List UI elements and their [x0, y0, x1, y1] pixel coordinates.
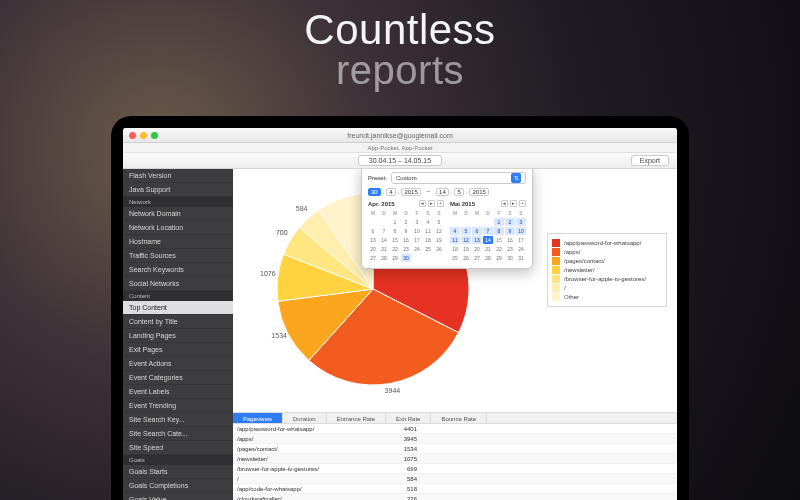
sidebar-item[interactable]: Traffic Sources	[123, 249, 233, 263]
sidebar[interactable]: Flash VersionJava SupportNetworkNetwork …	[123, 169, 233, 500]
sidebar-item[interactable]: Landing Pages	[123, 329, 233, 343]
calendar-day[interactable]: 19	[461, 245, 471, 253]
sidebar-item[interactable]: Network Domain	[123, 207, 233, 221]
calendar-day[interactable]: 31	[516, 254, 526, 262]
table-row[interactable]: /browser-for-apple-tv-gestures/699	[233, 464, 677, 474]
calendar-right-nav[interactable]: ◂▸•	[501, 200, 526, 207]
calendar-day[interactable]: 29	[390, 254, 400, 262]
calendar-day[interactable]: 18	[450, 245, 460, 253]
calendar-day[interactable]: 23	[505, 245, 515, 253]
table-row[interactable]: /cloudysafinaller/226	[233, 494, 677, 500]
calendar-day[interactable]: 5	[434, 218, 444, 226]
calendar-day[interactable]: 13	[368, 236, 378, 244]
calendar-day[interactable]: 9	[505, 227, 515, 235]
table-row[interactable]: /newsletter/1075	[233, 454, 677, 464]
calendar-day[interactable]: 1	[494, 218, 504, 226]
from-date-field[interactable]: 30. 4. 2015	[368, 188, 421, 196]
export-button[interactable]: Export	[631, 155, 669, 166]
calendar-left-nav[interactable]: ◂▸•	[419, 200, 444, 207]
calendar-day[interactable]: 10	[412, 227, 422, 235]
sidebar-item[interactable]: Exit Pages	[123, 343, 233, 357]
calendar-day[interactable]: 3	[412, 218, 422, 226]
sidebar-item[interactable]: Goals Value	[123, 493, 233, 500]
from-month[interactable]: 4	[386, 188, 395, 196]
calendar-day[interactable]: 6	[368, 227, 378, 235]
calendar-day[interactable]: 14	[483, 236, 493, 244]
calendar-day[interactable]: 12	[461, 236, 471, 244]
preset-select[interactable]: Custom ⇅	[391, 172, 526, 184]
calendar-day[interactable]: 10	[516, 227, 526, 235]
calendar-day[interactable]: 16	[401, 236, 411, 244]
sidebar-item[interactable]: Top Content	[123, 301, 233, 315]
calendar-day[interactable]: 14	[379, 236, 389, 244]
tab[interactable]: Duration	[283, 413, 327, 423]
calendar-day[interactable]: 21	[379, 245, 389, 253]
calendar-day[interactable]: 17	[516, 236, 526, 244]
table-row[interactable]: /pages/contact/1534	[233, 444, 677, 454]
calendar-day[interactable]: 2	[401, 218, 411, 226]
calendar-day[interactable]: 24	[412, 245, 422, 253]
calendar-day[interactable]: 11	[450, 236, 460, 244]
to-date-field[interactable]: 14. 5. 2015	[436, 188, 489, 196]
calendar-day[interactable]: 12	[434, 227, 444, 235]
calendar-day[interactable]: 17	[412, 236, 422, 244]
calendar-day[interactable]: 27	[472, 254, 482, 262]
from-year[interactable]: 2015	[401, 188, 420, 196]
calendar-day[interactable]: 9	[401, 227, 411, 235]
date-range-button[interactable]: 30.04.15 – 14.05.15	[358, 155, 442, 166]
calendar-day[interactable]: 20	[368, 245, 378, 253]
calendar-day[interactable]: 2	[505, 218, 515, 226]
calendar-day[interactable]: 1	[390, 218, 400, 226]
tab[interactable]: Exit Rate	[386, 413, 431, 423]
date-picker-popover[interactable]: Preset: Custom ⇅ 30. 4. 2015 –	[361, 169, 533, 269]
calendar-day[interactable]: 20	[472, 245, 482, 253]
calendar-day[interactable]: 18	[423, 236, 433, 244]
sidebar-item[interactable]: Site Speed	[123, 441, 233, 455]
sidebar-item[interactable]: Social Networks	[123, 277, 233, 291]
from-day[interactable]: 30	[368, 188, 381, 196]
calendar-day[interactable]: 25	[450, 254, 460, 262]
calendar-day[interactable]: 8	[494, 227, 504, 235]
sidebar-item[interactable]: Content by Title	[123, 315, 233, 329]
calendar-day[interactable]: 5	[461, 227, 471, 235]
calendar-left[interactable]: Apr. 2015 ◂▸• MDMDFSS1234567891011121314…	[368, 200, 444, 262]
calendar-day[interactable]: 19	[434, 236, 444, 244]
calendar-day[interactable]: 24	[516, 245, 526, 253]
calendar-day[interactable]: 13	[472, 236, 482, 244]
calendar-day[interactable]: 4	[450, 227, 460, 235]
calendar-day[interactable]: 30	[505, 254, 515, 262]
sidebar-item[interactable]: Flash Version	[123, 169, 233, 183]
calendar-day[interactable]: 28	[379, 254, 389, 262]
sidebar-item[interactable]: Search Keywords	[123, 263, 233, 277]
calendar-day[interactable]: 29	[494, 254, 504, 262]
tab[interactable]: Entrance Rate	[327, 413, 386, 423]
tab[interactable]: Bounce Rate	[431, 413, 487, 423]
table-tabs[interactable]: PageviewsDurationEntrance RateExit RateB…	[233, 412, 677, 424]
calendar-day[interactable]: 26	[461, 254, 471, 262]
sidebar-item[interactable]: Hostname	[123, 235, 233, 249]
calendar-day[interactable]: 23	[401, 245, 411, 253]
table-row[interactable]: /apps/3945	[233, 434, 677, 444]
calendar-day[interactable]: 26	[434, 245, 444, 253]
calendar-day[interactable]: 15	[494, 236, 504, 244]
calendar-right[interactable]: Mai 2015 ◂▸• MDMDFSS12345678910111213141…	[450, 200, 526, 262]
sidebar-item[interactable]: Java Support	[123, 183, 233, 197]
sidebar-item[interactable]: Goals Completions	[123, 479, 233, 493]
table-row[interactable]: /app/code-for-whatsapp/518	[233, 484, 677, 494]
calendar-day[interactable]: 22	[494, 245, 504, 253]
calendar-day[interactable]: 28	[483, 254, 493, 262]
calendar-day[interactable]: 7	[483, 227, 493, 235]
calendar-day[interactable]: 15	[390, 236, 400, 244]
to-day[interactable]: 14	[436, 188, 449, 196]
table-row[interactable]: /app/password-for-whatsapp/4401	[233, 424, 677, 434]
to-month[interactable]: 5	[454, 188, 463, 196]
calendar-day[interactable]: 4	[423, 218, 433, 226]
sidebar-item[interactable]: Event Categories	[123, 371, 233, 385]
calendar-day[interactable]: 21	[483, 245, 493, 253]
sidebar-item[interactable]: Network Location	[123, 221, 233, 235]
sidebar-item[interactable]: Goals Starts	[123, 465, 233, 479]
tab[interactable]: Pageviews	[233, 413, 283, 423]
calendar-day[interactable]: 27	[368, 254, 378, 262]
sidebar-item[interactable]: Event Trending	[123, 399, 233, 413]
table-row[interactable]: /584	[233, 474, 677, 484]
